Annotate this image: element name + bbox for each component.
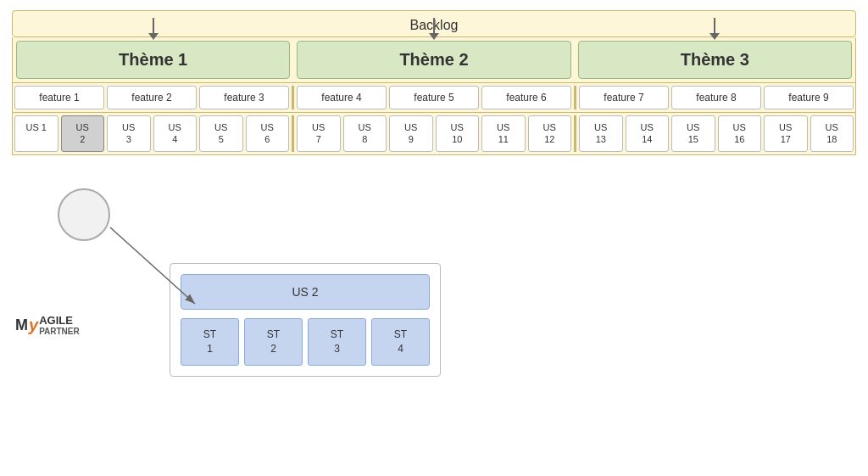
us-8: US8 (343, 115, 387, 152)
divider-2 (574, 86, 576, 109)
logo-area: M y AGILE PARTNER (15, 314, 80, 336)
theme3-label: Thème 3 (681, 50, 749, 69)
arrow-theme3 (709, 18, 720, 40)
st-3: ST3 (308, 318, 366, 366)
arrow-theme2 (429, 18, 439, 40)
us-10: US10 (436, 115, 480, 152)
main-container: Backlog Thème 1 Thème 2 Thème 3 (0, 0, 868, 164)
us-14: US14 (626, 115, 670, 152)
divider-us-1 (292, 115, 294, 152)
us-5: US5 (199, 115, 243, 152)
feature-4: feature 4 (297, 86, 387, 109)
feature-6: feature 6 (481, 86, 571, 109)
us-12: US12 (528, 115, 572, 152)
circle-highlight (58, 188, 110, 241)
theme1-label: Thème 1 (119, 50, 187, 69)
us-row: US 1 US2 US3 US4 US5 US6 US7 US8 US9 US1… (12, 113, 856, 155)
us-9: US9 (389, 115, 433, 152)
us-7: US7 (297, 115, 341, 152)
theme-cell-3: Thème 3 (578, 41, 852, 79)
us-3: US3 (107, 115, 151, 152)
us-15: US15 (671, 115, 715, 152)
feature-9: feature 9 (764, 86, 854, 109)
feature-8: feature 8 (671, 86, 761, 109)
arrow-theme1 (148, 18, 159, 40)
theme-cell-1: Thème 1 (16, 41, 290, 79)
us-4: US4 (153, 115, 198, 152)
divider-us-2 (574, 115, 576, 152)
st-2: ST2 (244, 318, 303, 366)
theme2-label: Thème 2 (399, 50, 468, 69)
logo-y-icon: y (29, 316, 38, 335)
feature-5: feature 5 (389, 86, 479, 109)
us-13: US13 (579, 115, 623, 152)
logo-m: M (15, 316, 28, 334)
features-row: feature 1 feature 2 feature 3 feature 4 … (12, 83, 856, 113)
us-2: US2 (61, 115, 105, 152)
feature-2: feature 2 (107, 86, 197, 109)
feature-3: feature 3 (199, 86, 289, 109)
us-11: US11 (481, 115, 526, 152)
us-18: US18 (810, 115, 854, 152)
detail-box: US 2 ST1 ST2 ST3 ST4 (170, 263, 441, 377)
divider-1 (292, 86, 294, 109)
us-16: US16 (718, 115, 762, 152)
detail-us-label: US 2 (181, 274, 430, 310)
theme-cell-2: Thème 2 (297, 41, 570, 79)
us-6: US6 (246, 115, 290, 152)
st-1: ST1 (181, 318, 239, 366)
st-4: ST4 (371, 318, 430, 366)
detail-st-row: ST1 ST2 ST3 ST4 (181, 318, 430, 366)
us-17: US17 (764, 115, 808, 152)
feature-1: feature 1 (14, 86, 104, 109)
themes-row: Thème 1 Thème 2 Thème 3 (12, 37, 856, 83)
feature-7: feature 7 (579, 86, 669, 109)
logo-text: AGILE PARTNER (39, 314, 80, 336)
us-1: US 1 (14, 115, 58, 152)
